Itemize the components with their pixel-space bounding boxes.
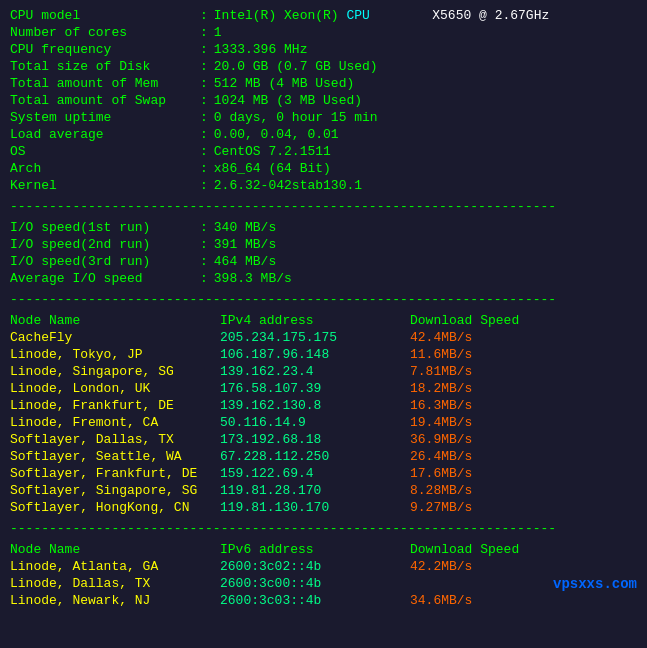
ipv4-section: Node Name IPv4 address Download Speed Ca… xyxy=(10,313,637,515)
info-row-disk: Total size of Disk : 20.0 GB (0.7 GB Use… xyxy=(10,59,637,74)
value-swap: 1024 MB (3 MB Used) xyxy=(214,93,362,108)
system-info: CPU model : Intel(R) Xeon(R) CPU X5650 @… xyxy=(10,8,637,193)
node-speed: 42.2MB/s xyxy=(410,559,472,574)
ipv6-header-ip: IPv6 address xyxy=(220,542,410,557)
node-speed: 34.6MB/s xyxy=(410,593,472,608)
value-cpu-model: Intel(R) Xeon(R) CPU xyxy=(214,8,370,23)
value-os: CentOS 7.2.1511 xyxy=(214,144,331,159)
node-name: Linode, Newark, NJ xyxy=(10,593,220,608)
node-name: Linode, Dallas, TX xyxy=(10,576,220,591)
node-speed: 7.81MB/s xyxy=(410,364,472,379)
node-ip: 139.162.130.8 xyxy=(220,398,410,413)
value-io2: 391 MB/s xyxy=(214,237,276,252)
info-row-freq: CPU frequency : 1333.396 MHz xyxy=(10,42,637,57)
label-io-avg: Average I/O speed xyxy=(10,271,200,286)
value-io1: 340 MB/s xyxy=(214,220,276,235)
value-io3: 464 MB/s xyxy=(214,254,276,269)
value-uptime: 0 days, 0 hour 15 min xyxy=(214,110,378,125)
value-mem: 512 MB (4 MB Used) xyxy=(214,76,354,91)
info-row-mem: Total amount of Mem : 512 MB (4 MB Used) xyxy=(10,76,637,91)
node-name: Linode, Fremont, CA xyxy=(10,415,220,430)
watermark: vpsxxs.com xyxy=(553,576,637,592)
table-row: Linode, Newark, NJ 2600:3c03::4b 34.6MB/… xyxy=(10,593,637,608)
table-row: Softlayer, Seattle, WA 67.228.112.250 26… xyxy=(10,449,637,464)
ipv6-section: Node Name IPv6 address Download Speed Li… xyxy=(10,542,637,608)
table-row: Linode, Tokyo, JP 106.187.96.148 11.6MB/… xyxy=(10,347,637,362)
node-speed: 36.9MB/s xyxy=(410,432,472,447)
info-row-uptime: System uptime : 0 days, 0 hour 15 min xyxy=(10,110,637,125)
divider-2: ----------------------------------------… xyxy=(10,292,637,307)
node-name: Linode, Frankfurt, DE xyxy=(10,398,220,413)
label-cores: Number of cores xyxy=(10,25,200,40)
label-os: OS xyxy=(10,144,200,159)
node-name: Softlayer, Seattle, WA xyxy=(10,449,220,464)
value-disk: 20.0 GB (0.7 GB Used) xyxy=(214,59,378,74)
table-row: Softlayer, Singapore, SG 119.81.28.170 8… xyxy=(10,483,637,498)
node-name: Linode, Tokyo, JP xyxy=(10,347,220,362)
info-row-io-avg: Average I/O speed : 398.3 MB/s xyxy=(10,271,637,286)
value-freq: 1333.396 MHz xyxy=(214,42,308,57)
node-ip: 205.234.175.175 xyxy=(220,330,410,345)
info-row-io3: I/O speed(3rd run) : 464 MB/s xyxy=(10,254,637,269)
ipv4-header: Node Name IPv4 address Download Speed xyxy=(10,313,637,328)
ipv6-header-name: Node Name xyxy=(10,542,220,557)
info-row-os: OS : CentOS 7.2.1511 xyxy=(10,144,637,159)
label-uptime: System uptime xyxy=(10,110,200,125)
table-row: Linode, Fremont, CA 50.116.14.9 19.4MB/s xyxy=(10,415,637,430)
value-load: 0.00, 0.04, 0.01 xyxy=(214,127,339,142)
node-name: Linode, London, UK xyxy=(10,381,220,396)
node-speed: 8.28MB/s xyxy=(410,483,472,498)
info-row-io1: I/O speed(1st run) : 340 MB/s xyxy=(10,220,637,235)
label-freq: CPU frequency xyxy=(10,42,200,57)
label-cpu-model: CPU model xyxy=(10,8,200,23)
node-name: CacheFly xyxy=(10,330,220,345)
node-speed: 9.27MB/s xyxy=(410,500,472,515)
divider-3: ----------------------------------------… xyxy=(10,521,637,536)
table-row: Softlayer, Frankfurt, DE 159.122.69.4 17… xyxy=(10,466,637,481)
node-ip: 173.192.68.18 xyxy=(220,432,410,447)
node-name: Softlayer, Frankfurt, DE xyxy=(10,466,220,481)
value-io-avg: 398.3 MB/s xyxy=(214,271,292,286)
node-ip: 67.228.112.250 xyxy=(220,449,410,464)
node-speed: 17.6MB/s xyxy=(410,466,472,481)
table-row: Linode, London, UK 176.58.107.39 18.2MB/… xyxy=(10,381,637,396)
info-row-cpu: CPU model : Intel(R) Xeon(R) CPU X5650 @… xyxy=(10,8,637,23)
info-row-load: Load average : 0.00, 0.04, 0.01 xyxy=(10,127,637,142)
label-load: Load average xyxy=(10,127,200,142)
node-name: Linode, Atlanta, GA xyxy=(10,559,220,574)
node-ip: 159.122.69.4 xyxy=(220,466,410,481)
info-row-swap: Total amount of Swap : 1024 MB (3 MB Use… xyxy=(10,93,637,108)
node-ip: 2600:3c02::4b xyxy=(220,559,410,574)
node-ip: 119.81.130.170 xyxy=(220,500,410,515)
ipv6-header-speed: Download Speed xyxy=(410,542,519,557)
info-row-cores: Number of cores : 1 xyxy=(10,25,637,40)
label-swap: Total amount of Swap xyxy=(10,93,200,108)
table-row: Softlayer, HongKong, CN 119.81.130.170 9… xyxy=(10,500,637,515)
node-ip: 139.162.23.4 xyxy=(220,364,410,379)
node-ip: 2600:3c03::4b xyxy=(220,593,410,608)
node-ip: 2600:3c00::4b xyxy=(220,576,410,591)
ipv4-header-ip: IPv4 address xyxy=(220,313,410,328)
label-mem: Total amount of Mem xyxy=(10,76,200,91)
value-arch: x86_64 (64 Bit) xyxy=(214,161,331,176)
value-kernel: 2.6.32-042stab130.1 xyxy=(214,178,362,193)
node-name: Linode, Singapore, SG xyxy=(10,364,220,379)
label-io2: I/O speed(2nd run) xyxy=(10,237,200,252)
table-row: Linode, Atlanta, GA 2600:3c02::4b 42.2MB… xyxy=(10,559,637,574)
ipv4-header-name: Node Name xyxy=(10,313,220,328)
divider-1: ----------------------------------------… xyxy=(10,199,637,214)
node-name: Softlayer, Singapore, SG xyxy=(10,483,220,498)
node-speed: 18.2MB/s xyxy=(410,381,472,396)
node-speed: 42.4MB/s xyxy=(410,330,472,345)
table-row: CacheFly 205.234.175.175 42.4MB/s xyxy=(10,330,637,345)
value-cpu-model2: X5650 @ 2.67GHz xyxy=(370,8,549,23)
node-name: Softlayer, Dallas, TX xyxy=(10,432,220,447)
label-disk: Total size of Disk xyxy=(10,59,200,74)
label-kernel: Kernel xyxy=(10,178,200,193)
label-io1: I/O speed(1st run) xyxy=(10,220,200,235)
label-arch: Arch xyxy=(10,161,200,176)
label-io3: I/O speed(3rd run) xyxy=(10,254,200,269)
ipv6-header: Node Name IPv6 address Download Speed xyxy=(10,542,637,557)
node-speed: 16.3MB/s xyxy=(410,398,472,413)
info-row-arch: Arch : x86_64 (64 Bit) xyxy=(10,161,637,176)
